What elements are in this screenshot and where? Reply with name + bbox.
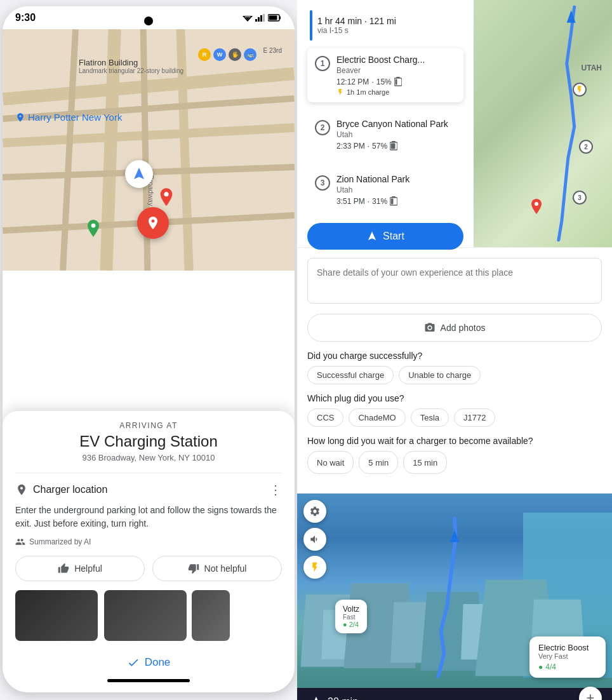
stop-item-1[interactable]: 1 Electric Boost Charg... Beaver 12:12 P… <box>307 48 463 102</box>
electric-boost-card[interactable]: Electric Boost Very Fast ● 4/4 <box>529 636 606 678</box>
more-options-icon[interactable]: ⋮ <box>269 482 282 497</box>
tesla-chip[interactable]: Tesla <box>411 408 449 427</box>
stop-number-2: 2 <box>315 120 330 135</box>
charge-question-label: Did you charge successfully? <box>307 351 602 361</box>
svg-rect-20 <box>391 199 394 205</box>
street-label: E 23rd <box>263 47 282 54</box>
stop-name-3: Zion National Park <box>336 174 456 184</box>
chademo-chip[interactable]: ChadeMO <box>349 408 405 427</box>
wait-question-label: How long did you wait for a charger to b… <box>307 436 602 446</box>
charger-section: Charger location ⋮ Enter the underground… <box>15 473 282 641</box>
wait-15-chip[interactable]: 15 min <box>403 451 447 474</box>
stop-number-1: 1 <box>315 56 330 71</box>
current-location-pin <box>125 160 153 188</box>
wait-options: No wait 5 min 15 min <box>307 451 602 474</box>
stop-info-2: 2:33 PM · 57% <box>336 141 456 151</box>
done-bar: Done <box>15 650 282 675</box>
stop-sub-2: Utah <box>336 130 456 139</box>
stop-sub-1: Beaver <box>336 66 456 75</box>
nav-controls <box>303 500 326 579</box>
charger-title: Charger location <box>15 483 107 496</box>
ai-icon <box>15 537 25 547</box>
review-textarea[interactable] <box>307 258 602 304</box>
wait-0-chip[interactable]: No wait <box>307 451 354 474</box>
plug-options: CCS ChadeMO Tesla J1772 <box>307 408 602 427</box>
settings-button[interactable] <box>303 500 326 523</box>
harry-potter-marker[interactable]: Harry Potter New York <box>15 112 122 123</box>
svg-rect-4 <box>258 17 260 22</box>
left-panel: 9:30 <box>0 0 297 700</box>
svg-point-11 <box>91 224 95 228</box>
not-helpful-button[interactable]: Not helpful <box>152 556 282 581</box>
feedback-buttons: Helpful Not helpful <box>15 556 282 581</box>
arriving-label: ARRIVING AT <box>15 421 282 430</box>
svg-rect-17 <box>391 144 396 149</box>
voltz-speed: Fast <box>343 614 359 621</box>
successful-charge-chip[interactable]: Successful charge <box>307 366 394 384</box>
photo-thumb-2[interactable] <box>104 590 187 641</box>
svg-rect-14 <box>395 79 397 85</box>
svg-rect-5 <box>260 15 262 22</box>
route-via: via I-15 s <box>317 26 396 35</box>
station-address: 936 Broadway, New York, NY 10010 <box>15 453 282 462</box>
stop-number-3: 3 <box>315 175 330 191</box>
add-button[interactable]: + <box>579 687 602 700</box>
wait-5-chip[interactable]: 5 min <box>359 451 398 474</box>
bottom-sheet: ARRIVING AT EV Charging Station 936 Broa… <box>3 411 295 692</box>
voltz-card[interactable]: Voltz Fast ● 2/4 <box>335 600 367 633</box>
voltz-name: Voltz <box>343 605 359 614</box>
route-section: 1 hr 44 min · 121 mi via I-15 s 1 Electr… <box>297 0 612 248</box>
charge-time: 1h 1m charge <box>336 88 456 96</box>
add-photos-button[interactable]: Add photos <box>307 314 602 342</box>
status-time: 9:30 <box>15 12 36 24</box>
svg-point-22 <box>535 202 538 206</box>
svg-rect-8 <box>279 17 281 20</box>
large-destination-pin <box>137 207 169 239</box>
stop-item-3[interactable]: 3 Zion National Park Utah 3:51 PM · 31% <box>307 168 463 213</box>
j1772-chip[interactable]: J1772 <box>454 408 495 427</box>
svg-point-10 <box>164 192 168 196</box>
transit-icons: R W 🖐️ 🚌 <box>198 48 256 61</box>
location-marker-icon <box>15 112 25 123</box>
phone-mockup: 9:30 <box>3 6 295 692</box>
dest-pin-preview-icon <box>529 199 544 219</box>
start-button[interactable]: Start <box>307 223 463 250</box>
done-button[interactable]: Done <box>145 656 171 669</box>
stop-sub-3: Utah <box>336 185 456 194</box>
volume-icon <box>309 534 321 545</box>
lightning-button[interactable] <box>303 556 326 579</box>
electric-boost-name: Electric Boost <box>538 643 597 652</box>
dest-pin-preview <box>529 199 544 222</box>
battery-small-icon-3 <box>390 196 397 206</box>
map-area[interactable]: Broadway R W 🖐️ 🚌 E 23rd Flatiron Buildi… <box>3 29 295 271</box>
location-icon <box>15 483 28 496</box>
helpful-button[interactable]: Helpful <box>15 556 145 581</box>
unable-charge-chip[interactable]: Unable to charge <box>399 366 481 384</box>
map-marker-2: 2 <box>579 140 593 154</box>
flatiron-label: Flatiron Building Landmark triangular 22… <box>79 58 183 74</box>
stop-name-2: Bryce Canyon National Park <box>336 119 456 129</box>
volume-button[interactable] <box>303 528 326 551</box>
map-marker-3: 3 <box>573 191 587 205</box>
route-map-preview: UTAH 2 3 <box>474 0 612 247</box>
eta-nav-icon <box>310 696 323 700</box>
nav-map-section: Voltz Fast ● 2/4 Electric Boost Very Fas… <box>297 494 612 700</box>
pin-icon <box>145 215 161 231</box>
charge-options: Successful charge Unable to charge <box>307 366 602 384</box>
battery-icon <box>268 14 282 22</box>
photo-thumb-1[interactable] <box>15 590 98 641</box>
thumbs-down-icon <box>188 563 199 574</box>
home-indicator <box>107 679 190 682</box>
stop-details-1: Electric Boost Charg... Beaver 12:12 PM … <box>336 55 456 96</box>
navigation-icon <box>366 231 378 242</box>
stop-details-2: Bryce Canyon National Park Utah 2:33 PM … <box>336 119 456 151</box>
stop-item-2[interactable]: 2 Bryce Canyon National Park Utah 2:33 P… <box>307 112 463 158</box>
ccs-chip[interactable]: CCS <box>307 408 343 427</box>
electric-boost-availability: ● 4/4 <box>538 663 597 671</box>
svg-rect-9 <box>269 16 277 20</box>
bolt-marker-icon <box>575 85 584 94</box>
plug-question-label: Which plug did you use? <box>307 393 602 403</box>
camera-dot <box>144 17 153 25</box>
photo-thumb-3[interactable] <box>192 590 230 641</box>
bolt-icon <box>336 88 344 96</box>
